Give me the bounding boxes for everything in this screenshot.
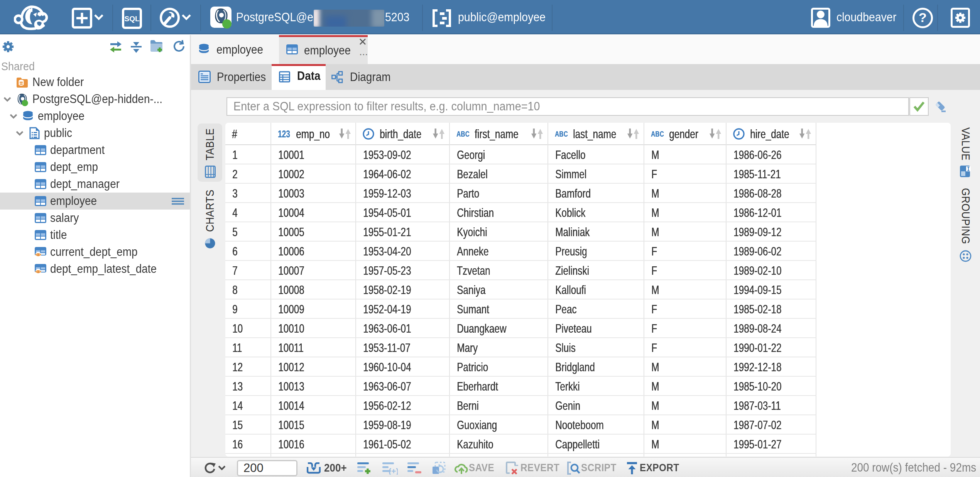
svg-text:?: ? [919, 10, 927, 25]
svg-text:SQL: SQL [124, 15, 139, 23]
svg-text:(+): (+) [389, 467, 398, 475]
